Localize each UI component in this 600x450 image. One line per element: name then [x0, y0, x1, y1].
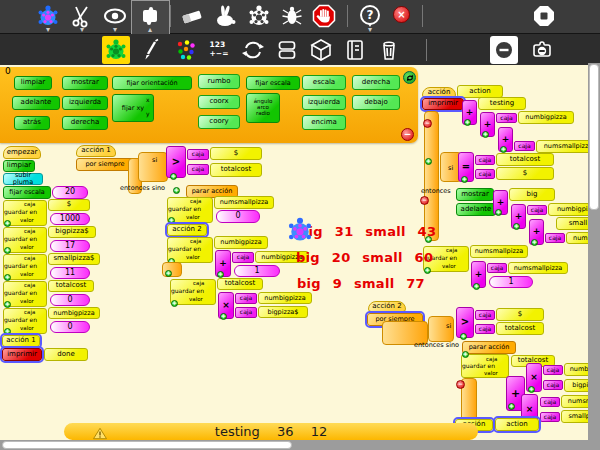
block-11[interactable]: 11: [50, 267, 90, 279]
run-fast-rabbit-button[interactable]: [212, 2, 240, 30]
block-caja[interactable]: caja: [475, 155, 495, 165]
block-+[interactable]: +: [220, 313, 227, 320]
block-+[interactable]: +: [461, 176, 468, 183]
block-caja[interactable]: caja: [543, 380, 563, 390]
palette-hide-button[interactable]: −: [401, 128, 414, 141]
vertical-scroll-thumb[interactable]: [589, 64, 599, 210]
block-testing[interactable]: testing: [478, 97, 526, 110]
block-$[interactable]: $: [496, 167, 554, 180]
block-empezar[interactable]: empezar: [3, 146, 41, 159]
block-acción-2[interactable]: acción 2: [167, 224, 207, 236]
block-caja[interactable]: caja: [475, 324, 495, 334]
stop-hand-button[interactable]: [310, 2, 338, 30]
block-action[interactable]: action: [495, 418, 539, 431]
block-mostrar[interactable]: mostrar: [62, 76, 108, 90]
block-caja[interactable]: caja: [496, 113, 517, 123]
block-escala[interactable]: escala: [302, 75, 346, 90]
block-+[interactable]: +: [531, 239, 538, 246]
block-+[interactable]: +: [464, 119, 471, 126]
block-limpiar[interactable]: limpiar: [3, 160, 35, 172]
block-+[interactable]: +: [171, 300, 178, 307]
status-close-button[interactable]: ×: [393, 6, 410, 23]
block-1[interactable]: 1: [234, 265, 280, 277]
block-−[interactable]: −: [420, 196, 429, 205]
block-fijar-orientación[interactable]: fijar orientación: [112, 76, 192, 90]
block-adelante[interactable]: adelante: [456, 203, 496, 216]
block-−[interactable]: −: [423, 119, 432, 128]
block-+[interactable]: +: [495, 209, 502, 216]
block-imprimir[interactable]: imprimir: [422, 98, 464, 110]
presentation-palette-button[interactable]: [341, 36, 369, 64]
block-$[interactable]: $: [496, 308, 544, 321]
block-+[interactable]: +: [173, 187, 180, 194]
block-caja[interactable]: caja: [527, 205, 547, 215]
block-caja[interactable]: caja: [540, 412, 560, 422]
block-caja[interactable]: caja: [514, 141, 535, 151]
block-$[interactable]: $: [48, 199, 90, 211]
block-fijar-escala[interactable]: fijar escala: [246, 76, 300, 90]
block-por-siempre[interactable]: por siempre: [76, 158, 134, 171]
block-1000[interactable]: 1000: [50, 213, 90, 225]
block-totalcost[interactable]: totalcost: [496, 322, 544, 335]
block-+[interactable]: +: [4, 220, 11, 227]
block-fijar-escala[interactable]: fijar escala: [3, 186, 51, 199]
block-+[interactable]: +: [170, 173, 177, 180]
block-17[interactable]: 17: [50, 240, 90, 252]
block-debajo[interactable]: debajo: [352, 95, 400, 110]
stack-connector[interactable]: [424, 111, 439, 241]
trash-palette-button[interactable]: [375, 36, 403, 64]
block-coory[interactable]: coory: [198, 115, 240, 129]
block-+[interactable]: +: [528, 386, 535, 393]
block-0[interactable]: 0: [50, 321, 90, 333]
extras-palette-button[interactable]: [307, 36, 335, 64]
block-+[interactable]: +: [500, 146, 507, 153]
block-numbigpizza[interactable]: numbigpizza: [214, 236, 268, 249]
block-+[interactable]: +: [168, 217, 175, 224]
block-done[interactable]: done: [44, 348, 88, 361]
block-totalcost[interactable]: totalcost: [217, 278, 263, 290]
block-0[interactable]: 0: [50, 294, 90, 306]
block-+[interactable]: +: [462, 351, 469, 358]
block-+[interactable]: +: [473, 283, 480, 290]
block-parar-acción[interactable]: parar acción: [462, 341, 516, 354]
debug-bug-button[interactable]: [278, 2, 306, 30]
block-derecha[interactable]: derecha: [352, 75, 400, 90]
block-caja[interactable]: caja: [545, 233, 565, 243]
block-+[interactable]: +: [482, 131, 489, 138]
block-caja[interactable]: caja: [187, 149, 209, 160]
block-caja[interactable]: caja: [475, 169, 495, 179]
hide-blocks-button[interactable]: [490, 36, 518, 64]
block-+[interactable]: +: [424, 267, 431, 274]
colors-palette-button[interactable]: [172, 36, 200, 64]
block-numbigpizza[interactable]: numbigpizza: [258, 292, 312, 304]
block-caja[interactable]: caja: [187, 164, 209, 175]
stop-activity-button[interactable]: [530, 2, 558, 30]
block-totalcost[interactable]: totalcost: [210, 163, 262, 177]
block-bigpizza$[interactable]: bigpizza$: [48, 226, 96, 238]
block-20[interactable]: 20: [52, 186, 88, 199]
block-caja[interactable]: caja: [235, 307, 257, 318]
numbers-palette-button[interactable]: 123 +−=: [205, 36, 233, 64]
block-+[interactable]: +: [4, 274, 11, 281]
block-caja[interactable]: caja: [487, 263, 507, 273]
palette-next-button[interactable]: [403, 71, 416, 84]
block-subir-pluma[interactable]: subir pluma: [3, 173, 43, 185]
block-coorx[interactable]: coorx: [198, 95, 240, 109]
erase-button[interactable]: [178, 2, 206, 30]
block-numsmallpizza[interactable]: numsmallpizza: [508, 262, 568, 274]
block-1[interactable]: 1: [489, 276, 533, 288]
turtle-palette-button[interactable]: [102, 36, 130, 64]
block-ángulo-arco-radio[interactable]: ángulo arco radio: [246, 93, 280, 123]
block-rumbo[interactable]: rumbo: [198, 74, 240, 89]
block-acción[interactable]: acción: [422, 87, 456, 98]
run-slow-turtle-button[interactable]: [245, 2, 273, 30]
block-+[interactable]: +: [4, 301, 11, 308]
block-0[interactable]: 0: [216, 210, 260, 223]
horizontal-scroll-thumb[interactable]: [2, 441, 292, 449]
block-caja[interactable]: caja: [235, 293, 257, 304]
block-big[interactable]: big: [509, 188, 555, 201]
block-encima[interactable]: encima: [302, 115, 346, 130]
block-caja[interactable]: caja: [232, 252, 254, 263]
block-+[interactable]: +: [425, 158, 432, 165]
block-smallpizza$[interactable]: smallpizza$: [48, 253, 100, 265]
